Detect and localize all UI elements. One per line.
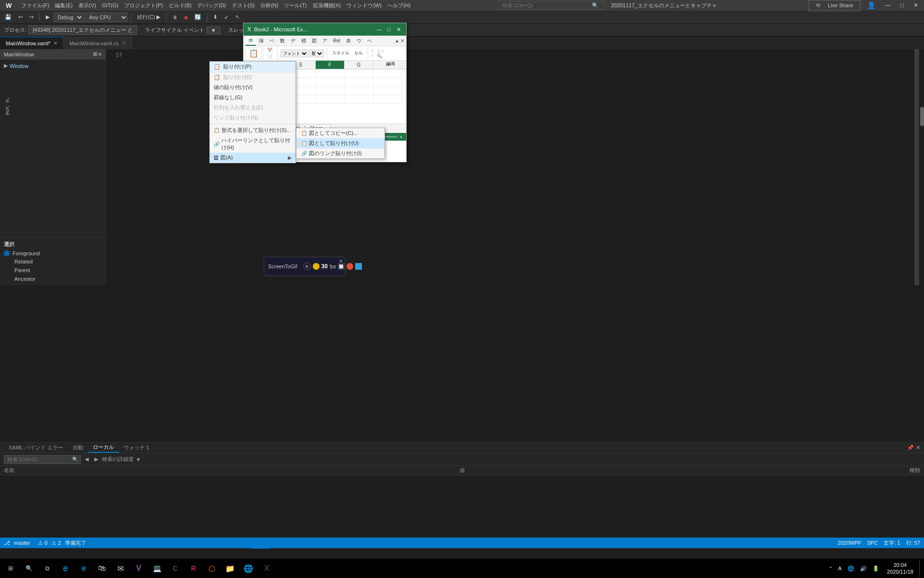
user-icon[interactable]: 👤 — [864, 0, 878, 10]
rider-icon[interactable]: R — [185, 560, 202, 577]
input-icon[interactable]: A — [836, 565, 844, 571]
radio-button[interactable] — [4, 250, 10, 256]
copy-btn[interactable]: 📄 — [265, 53, 274, 60]
network-icon[interactable]: 🌐 — [846, 565, 856, 572]
excel-maximize[interactable]: □ — [385, 26, 393, 33]
tray-up-icon[interactable]: ⌃ — [827, 566, 834, 571]
foreground-radio-row[interactable]: Foreground — [0, 250, 105, 257]
scrollbar-thumb[interactable] — [920, 107, 924, 126]
ie-icon[interactable]: e — [75, 560, 92, 577]
continue-btn[interactable]: 続行(C) ▶ — [134, 13, 163, 22]
font-select[interactable]: フォント — [281, 50, 308, 57]
excel-tab-page[interactable]: ペ — [267, 37, 277, 45]
maximize-btn[interactable]: □ — [898, 2, 907, 9]
stepinto-btn[interactable]: ↙ — [221, 13, 231, 21]
cpp-icon[interactable]: C — [167, 560, 184, 577]
search-detail-dropdown[interactable]: ▼ — [136, 457, 141, 462]
process-value[interactable]: [43348] 20201117_エクセルのメニュー と — [28, 26, 137, 35]
tab-close-icon[interactable]: ✕ — [53, 40, 57, 46]
excel-taskbar-icon[interactable]: X — [258, 560, 275, 577]
edge-icon[interactable]: e — [57, 560, 74, 577]
menu-analyze[interactable]: 分析(N) — [257, 1, 281, 10]
ancestor-item[interactable]: Ancestor — [0, 275, 105, 283]
store-icon[interactable]: 🛍 — [93, 560, 111, 577]
panel-close-icon[interactable]: ✕ — [916, 445, 920, 451]
scrollbar-v[interactable] — [914, 49, 919, 285]
paste-item-h[interactable]: 🔗 ハイパーリンクとして貼り付け(H) — [210, 135, 295, 153]
menu-file[interactable]: ファイル(F) — [18, 1, 52, 10]
menu-git[interactable]: GIT(G) — [99, 1, 121, 9]
mail-icon[interactable]: ✉ — [112, 560, 129, 577]
excel-minimize[interactable]: — — [375, 26, 383, 33]
search-taskbar-btn[interactable]: 🔍 — [20, 560, 38, 577]
stg-settings-icon[interactable]: ⚙ — [303, 263, 311, 270]
explorer-icon[interactable]: 📁 — [221, 560, 239, 577]
lifecycle-dropdown[interactable]: ▼ — [206, 26, 220, 34]
search-input[interactable] — [499, 1, 604, 10]
close-btn[interactable]: ✕ — [911, 2, 921, 9]
excel-tab-table[interactable]: 表 — [343, 37, 354, 45]
show-desktop-btn[interactable] — [919, 560, 922, 577]
minimize-btn[interactable]: — — [882, 2, 894, 9]
xb-tab-auto[interactable]: 自動 — [68, 443, 88, 452]
chrome-icon[interactable]: 🌐 — [240, 560, 257, 577]
excel-tab-help[interactable]: ヘ — [364, 37, 375, 45]
menu-help[interactable]: ヘルプ(H) — [385, 1, 413, 10]
menu-debug[interactable]: デバッグ(D) — [194, 1, 229, 10]
cell-btn[interactable]: セル — [352, 49, 365, 57]
stg-stop-icon[interactable] — [346, 263, 353, 270]
restart-btn[interactable]: 🔄 — [192, 13, 204, 21]
col-f[interactable]: F — [316, 61, 345, 69]
parent-item[interactable]: Parent — [0, 266, 105, 275]
pause-btn[interactable]: ⏸ — [169, 13, 180, 21]
stop-btn[interactable]: ■ — [181, 13, 191, 21]
redo-btn[interactable]: ↪ — [26, 13, 37, 21]
clock[interactable]: 20:04 2020/11/18 — [883, 562, 917, 576]
xb-tab-watch1[interactable]: ウォッチ 1 — [119, 443, 154, 452]
start-btn[interactable]: ⊞ — [2, 560, 19, 577]
submenu-paste[interactable]: 📋 図として貼り付け(U) — [296, 138, 385, 148]
excel-tab-rel[interactable]: Rel — [330, 37, 343, 44]
debug-mode-select[interactable]: Debug — [53, 13, 84, 22]
menu-window[interactable]: ウィンドウ(W) — [344, 1, 385, 10]
excel-tab-data[interactable]: デ — [288, 37, 298, 45]
excel-tab-window[interactable]: ウ — [354, 37, 364, 45]
taskview-btn[interactable]: ⧉ — [38, 560, 56, 577]
paste-item-a[interactable]: 🖼 図(A) ▶ — [210, 153, 295, 163]
live-share-button[interactable]: ⟲ Live Share — [808, 0, 860, 11]
stg-record-icon[interactable] — [313, 263, 320, 270]
save-all-btn[interactable]: 💾 — [2, 13, 14, 21]
menu-build[interactable]: ビルド(B) — [166, 1, 195, 10]
stepout-btn[interactable]: ↖ — [232, 13, 243, 21]
run-btn[interactable]: ▶ — [43, 13, 52, 21]
locals-search-input[interactable] — [4, 455, 81, 464]
submenu-link[interactable]: 🔗 図のリンク貼り付け(I) — [296, 148, 385, 158]
excel-tab-review[interactable]: 標 — [298, 37, 309, 45]
submenu-copy[interactable]: 📋 図としてコピー(C)... — [296, 128, 385, 138]
tree-header-controls[interactable]: ⊞ ≡ — [93, 51, 102, 57]
excel-tab-formula[interactable]: 数 — [277, 37, 288, 45]
paste-item-v[interactable]: 値の貼り付け(V) — [210, 82, 295, 92]
error-count[interactable]: 0 — [45, 540, 48, 546]
paste-item-s[interactable]: 📋 形式を選択して貼り付け(S)... — [210, 125, 295, 135]
menu-view[interactable]: 表示(V) — [76, 1, 99, 10]
menu-extensions[interactable]: 拡張機能(X) — [310, 1, 344, 10]
branch-name[interactable]: master — [14, 540, 30, 546]
xb-tab-locals[interactable]: ローカル — [88, 443, 119, 453]
excel-tab-draw[interactable]: 図 — [309, 37, 320, 45]
excel-tab-home[interactable]: ホ — [245, 36, 256, 46]
vs2-icon[interactable]: 💻 — [148, 560, 166, 577]
stg-blue-btn[interactable] — [355, 263, 362, 270]
paste-menu-header[interactable]: 📋 貼り付け(P) — [210, 62, 295, 72]
panel-pin-icon[interactable]: 📌 — [907, 445, 914, 451]
related-item[interactable]: Related — [0, 257, 105, 266]
style-btn[interactable]: スタイル — [330, 49, 351, 57]
paste-item-e[interactable]: 行列を入れ替える(E) — [210, 103, 295, 113]
xb-tab-xaml-errors[interactable]: XAML バインド エラー — [4, 443, 68, 452]
stg-close-icon[interactable]: ✕ — [339, 258, 343, 264]
tree-window[interactable]: ▶ Window — [0, 62, 105, 70]
tab-cs-close-icon[interactable]: ✕ — [122, 40, 126, 46]
zoom-in[interactable]: + — [399, 134, 402, 140]
warning-count[interactable]: 2 — [58, 540, 61, 546]
volume-icon[interactable]: 🔊 — [858, 565, 869, 572]
